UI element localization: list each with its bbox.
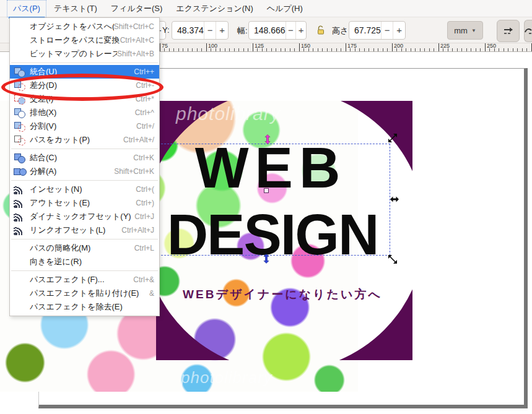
menu-separator [11, 180, 158, 181]
selection-handle-top-right[interactable] [388, 133, 398, 143]
menu-item-remove-path-effect[interactable]: パスエフェクトを除去(E) [10, 300, 159, 314]
menu-separator [11, 149, 158, 149]
division-icon [14, 121, 27, 131]
width-spinbox[interactable]: 148.666 − + [248, 21, 307, 40]
blank-icon [14, 257, 27, 267]
y-value[interactable]: 48.374 [172, 25, 204, 35]
linked-offset-icon [14, 225, 27, 235]
menu-item-combine[interactable]: 結合(C) Ctrl+K [10, 151, 159, 165]
scale-corners-toggle-button[interactable] [524, 20, 532, 42]
move-arrow-icon [502, 26, 515, 36]
height-spinbox[interactable]: 67.725 − + [349, 21, 406, 40]
inkscape-window: photolibrary WEB DESIGN WEBデザイナーになりたい方へ … [0, 0, 532, 414]
width-minus-button[interactable]: − [286, 22, 296, 39]
blank-icon [14, 35, 27, 45]
ruler-tick-label: 200 [394, 43, 403, 49]
node-handle-top[interactable] [263, 134, 273, 144]
height-minus-button[interactable]: − [381, 22, 393, 39]
menu-item-simplify[interactable]: パスの簡略化(M) Ctrl+L [10, 241, 159, 255]
menu-item-paste-path-effect[interactable]: パスエフェクトを貼り付け(E) & [10, 287, 159, 300]
selection-handle-bottom-right[interactable] [388, 254, 398, 264]
menu-item-exclusion[interactable]: 排他(X) Ctrl+^ [10, 106, 159, 119]
ruler-tick-label: 250 [487, 43, 496, 49]
union-icon [14, 67, 27, 77]
y-label: Y: [162, 25, 170, 35]
menu-filters[interactable]: フィルター(S) [105, 1, 168, 17]
y-minus-button[interactable]: − [204, 22, 216, 39]
menu-item-linked-offset[interactable]: リンクオフセット(L) Ctrl+Alt+J [10, 223, 159, 237]
ruler-tick-label: 125 [255, 43, 264, 49]
menu-help[interactable]: ヘルプ(H) [261, 1, 308, 17]
menu-item-division[interactable]: 分割(V) Ctrl+/ [10, 119, 159, 133]
menu-item-cut-path[interactable]: パスをカット(P) Ctrl+Alt+/ [10, 133, 159, 147]
width-plus-button[interactable]: + [295, 22, 306, 39]
watermark-text: photolibrary [176, 103, 281, 124]
break-apart-icon [14, 166, 27, 176]
menu-separator [11, 239, 158, 239]
selection-marquee [149, 144, 390, 256]
y-plus-button[interactable]: + [216, 22, 228, 39]
menu-item-trace-bitmap[interactable]: ビットマップのトレース(T)... Shift+Alt+B [10, 47, 159, 61]
y-spinbox[interactable]: 48.374 − + [172, 21, 229, 40]
menu-separator [11, 270, 158, 271]
menu-path[interactable]: パス(P) [7, 1, 46, 17]
blank-icon [14, 243, 27, 253]
menu-text[interactable]: テキスト(T) [48, 1, 103, 17]
node-handle-bottom[interactable] [261, 254, 271, 264]
combine-icon [14, 153, 27, 163]
width-label: 幅: [237, 25, 248, 37]
menu-item-outset[interactable]: アウトセット(E) Ctrl+) [10, 196, 159, 210]
menubar: パス(P) テキスト(T) フィルター(S) エクステンション(N) ヘルプ(H… [0, 0, 532, 17]
scale-stroke-toggle-button[interactable] [497, 20, 520, 42]
red-circle-annotation [1, 74, 164, 101]
menu-separator [11, 63, 158, 63]
chevron-down-icon: ▼ [471, 28, 476, 33]
tagline-text[interactable]: WEBデザイナーになりたい方へ [183, 287, 382, 303]
ruler-tick-label: 100 [208, 43, 217, 49]
width-value[interactable]: 148.666 [249, 25, 286, 35]
menu-item-object-to-path[interactable]: オブジェクトをパスへ(O) Shift+Ctrl+C [10, 20, 159, 33]
unit-dropdown[interactable]: mm ▼ [447, 21, 483, 40]
inset-icon [14, 184, 27, 194]
height-value[interactable]: 67.725 [349, 25, 381, 35]
dynamic-offset-icon [14, 212, 27, 222]
exclusion-icon [14, 108, 27, 118]
menu-item-dynamic-offset[interactable]: ダイナミックオフセット(Y) Ctrl+J [10, 210, 159, 223]
menu-extensions[interactable]: エクステンション(N) [170, 1, 258, 17]
ruler-tick-label: 150 [301, 43, 310, 49]
ruler-tick-label: 225 [440, 43, 450, 49]
menu-item-reverse[interactable]: 向きを逆に(R) [10, 255, 159, 269]
blank-icon [14, 288, 27, 298]
menu-item-inset[interactable]: インセット(N) Ctrl+( [10, 183, 159, 196]
ruler-tick-label: 175 [347, 43, 357, 49]
height-plus-button[interactable]: + [393, 22, 405, 39]
watermark-text: photolibrary [181, 368, 273, 387]
lock-ratio-icon[interactable] [316, 25, 326, 35]
blank-icon [14, 302, 27, 312]
unit-value: mm [454, 26, 468, 35]
ruler-tick-label: 75 [162, 43, 168, 49]
path-menu-dropdown: オブジェクトをパスへ(O) Shift+Ctrl+C ストロークをパスに変換(S… [9, 17, 160, 316]
blank-icon [14, 49, 27, 59]
outset-icon [14, 198, 27, 208]
cut-path-icon [14, 135, 27, 145]
menu-item-path-effects[interactable]: パスエフェクト(F)... Ctrl+& [10, 273, 159, 287]
menu-item-break-apart[interactable]: 分解(A) Shift+Ctrl+K [10, 165, 159, 178]
height-label: 高さ: [332, 25, 351, 37]
blank-icon [14, 22, 27, 32]
curve-arrow-icon [525, 26, 532, 36]
selection-handle-right[interactable] [390, 194, 399, 204]
menu-item-stroke-to-path[interactable]: ストロークをパスに変換(S) Ctrl+Alt+C [10, 33, 159, 47]
blank-icon [14, 275, 27, 285]
rotation-center-marker[interactable] [264, 188, 269, 193]
